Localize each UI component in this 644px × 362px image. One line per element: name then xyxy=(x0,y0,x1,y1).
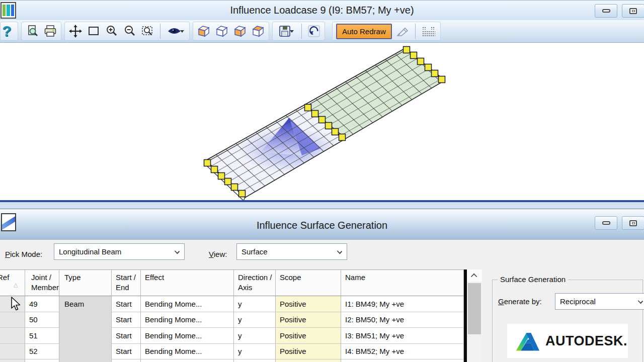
cell-name[interactable]: I3: BM51; My +ve xyxy=(341,328,464,344)
generate-by-label: Generate by: xyxy=(498,297,542,306)
visibility-button[interactable] xyxy=(166,24,186,38)
cell-effect[interactable]: Bending Mome... xyxy=(141,328,234,344)
cell-scope[interactable]: Positive xyxy=(276,328,341,344)
zoom-out-button[interactable] xyxy=(123,24,137,38)
grid-settings-button[interactable] xyxy=(421,24,437,38)
cell-name[interactable]: I1: BM49; My +ve xyxy=(341,296,464,312)
cell-scope[interactable]: Positive xyxy=(276,312,341,328)
sort-ascending-icon: △ xyxy=(14,281,18,289)
zoom-in-button[interactable] xyxy=(105,24,119,38)
minimize-button[interactable] xyxy=(595,4,617,18)
save-button[interactable] xyxy=(276,24,296,38)
auto-redraw-button[interactable]: Auto Redraw xyxy=(336,24,392,39)
cell-start[interactable]: Start xyxy=(112,296,141,312)
pick-mode-label: Pick Mode: xyxy=(5,250,42,258)
dropdown-caret-icon xyxy=(180,30,184,33)
row-selector[interactable] xyxy=(0,344,25,360)
scrollbar-thumb[interactable] xyxy=(468,283,481,334)
cell-effect[interactable]: Bending Mome... xyxy=(141,296,234,312)
cell-joint[interactable]: 52 xyxy=(25,344,59,360)
minimize-button-2[interactable] xyxy=(595,216,617,230)
chevron-down-icon xyxy=(337,249,342,254)
print-preview-button[interactable] xyxy=(25,24,39,38)
header-type[interactable]: Type xyxy=(59,270,112,296)
pick-mode-select[interactable]: Longitudinal Beam xyxy=(54,243,185,260)
cell-joint[interactable]: 51 xyxy=(25,328,59,344)
cell-type[interactable] xyxy=(59,312,112,328)
zoom-in-icon xyxy=(105,25,118,38)
row-selector[interactable] xyxy=(0,312,25,328)
render-shaded-button[interactable] xyxy=(233,24,247,38)
cell-name[interactable]: I2: BM50; My +ve xyxy=(341,312,464,328)
mouse-cursor xyxy=(10,297,23,312)
chevron-down-icon xyxy=(638,299,643,304)
cell-direction[interactable]: y xyxy=(234,328,276,344)
application-screen: Influence Loadcase 9 (I9: BM57; My +ve) … xyxy=(0,0,644,362)
printer-icon xyxy=(44,25,57,38)
header-name[interactable]: Name xyxy=(341,270,464,296)
zoom-group xyxy=(64,22,190,41)
cell-type[interactable] xyxy=(59,328,112,344)
scroll-up-button[interactable] xyxy=(467,269,482,282)
zoom-window-button[interactable] xyxy=(87,24,101,38)
header-ref[interactable]: Ref △ xyxy=(0,270,25,296)
cell-name[interactable]: I4: BM52; My +ve xyxy=(341,344,464,360)
window-gap-strip xyxy=(0,202,644,209)
zoom-window-icon xyxy=(87,25,100,38)
generate-by-select[interactable]: Reciprocal xyxy=(555,293,644,310)
maximize-icon xyxy=(629,220,637,226)
minimize-icon xyxy=(602,9,610,13)
help-group: ? xyxy=(0,22,18,41)
header-joint-member[interactable]: Joint / Member xyxy=(25,270,59,296)
autodesk-logo: AUTODESK. xyxy=(507,324,628,358)
render-solid-button[interactable] xyxy=(197,24,211,38)
row-selector[interactable] xyxy=(0,328,25,344)
render-wireframe-button[interactable] xyxy=(215,24,229,38)
cell-start[interactable]: Start xyxy=(112,312,141,328)
cube-wireframe-icon xyxy=(215,25,228,38)
cell-type[interactable] xyxy=(59,344,112,360)
maximize-button-2[interactable] xyxy=(622,216,644,230)
toolbar-separator xyxy=(301,24,302,39)
view-value: Surface xyxy=(242,247,268,256)
header-start-end[interactable]: Start / End xyxy=(112,270,141,296)
cell-joint[interactable]: 49 xyxy=(25,296,59,312)
cell-direction[interactable]: y xyxy=(234,312,276,328)
header-direction-axis[interactable]: Direction / Axis xyxy=(234,270,276,296)
cell-direction[interactable]: y xyxy=(234,344,276,360)
view-select[interactable]: Surface xyxy=(236,243,347,260)
cell-type[interactable]: Beam xyxy=(59,296,112,312)
help-button[interactable]: ? xyxy=(2,24,16,38)
cell-start[interactable]: Start xyxy=(112,328,141,344)
surface-generation-group-label: Surface Generation xyxy=(498,275,568,284)
save-group xyxy=(272,22,325,41)
influence-surface-viewport[interactable] xyxy=(0,43,644,200)
generate-by-value: Reciprocal xyxy=(560,297,596,306)
undo-button[interactable] xyxy=(307,24,321,38)
cell-direction[interactable]: y xyxy=(234,296,276,312)
auto-redraw-label: Auto Redraw xyxy=(342,27,386,36)
view-label: View: xyxy=(209,250,227,258)
surface-generation-titlebar: Influence Surface Generation xyxy=(0,210,644,240)
print-button[interactable] xyxy=(43,24,57,38)
zoom-extents-button[interactable] xyxy=(141,24,155,38)
pan-icon xyxy=(69,25,82,38)
header-scope[interactable]: Scope xyxy=(276,270,341,296)
cell-effect[interactable]: Bending Mome... xyxy=(141,312,234,328)
cell-scope[interactable]: Positive xyxy=(276,296,341,312)
cell-effect[interactable]: Bending Mome... xyxy=(141,344,234,360)
cell-joint[interactable]: 50 xyxy=(25,312,59,328)
render-hidden-line-button[interactable] xyxy=(251,24,265,38)
row-selector[interactable] xyxy=(0,359,25,362)
header-effect[interactable]: Effect xyxy=(141,270,234,296)
maximize-button[interactable] xyxy=(622,4,644,18)
influence-loadcase-titlebar: Influence Loadcase 9 (I9: BM57; My +ve) xyxy=(0,0,644,20)
pan-button[interactable] xyxy=(68,24,83,38)
loadcase-window-title: Influence Loadcase 9 (I9: BM57; My +ve) xyxy=(0,5,644,16)
autodesk-logo-text: AUTODESK. xyxy=(545,333,627,349)
print-preview-icon xyxy=(26,25,39,38)
cell-scope[interactable]: Positive xyxy=(276,344,341,360)
table-scrollbar[interactable] xyxy=(467,269,482,362)
annotate-button[interactable] xyxy=(396,24,410,38)
cell-start[interactable]: Start xyxy=(112,344,141,360)
